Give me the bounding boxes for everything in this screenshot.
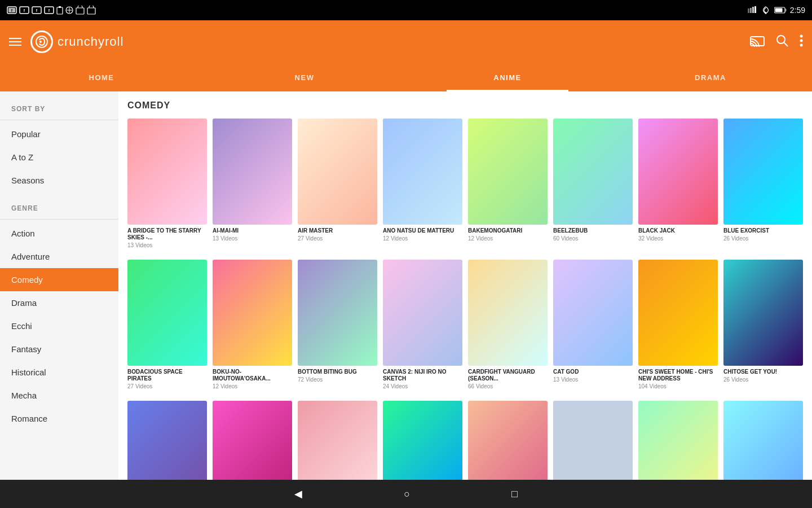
anime-card-6[interactable]: BLACK JACK 32 Videos	[638, 119, 718, 248]
anime-videos-2: 27 Videos	[298, 235, 377, 242]
sidebar-item-fantasy[interactable]: Fantasy	[0, 338, 118, 361]
anime-videos-r2-5: 13 Videos	[553, 376, 633, 383]
sidebar-item-a-to-z[interactable]: A to Z	[0, 146, 118, 169]
anime-card-r2-2[interactable]: BOTTOM BITING BUG 72 Videos	[298, 260, 377, 389]
nav-tabs: HOME NEW ANIME DRAMA	[0, 63, 812, 91]
anime-title-5: BEELZEBUB	[553, 227, 633, 234]
anime-title-r2-7: CHITOSE GET YOU!	[723, 369, 803, 375]
anime-title-3: ANO NATSU DE MATTERU	[383, 227, 462, 234]
anime-thumb-r3-3	[383, 401, 462, 480]
header-left: crunchyroll	[9, 30, 123, 53]
anime-card-4[interactable]: BAKEMONOGATARI 12 Videos	[468, 119, 548, 248]
anime-thumb-3	[383, 119, 462, 225]
anime-card-3[interactable]: ANO NATSU DE MATTERU 12 Videos	[383, 119, 462, 248]
anime-card-r2-1[interactable]: BOKU-NO-IMOUTOWA'OSAKA... 12 Videos	[213, 260, 292, 389]
sidebar-item-comedy[interactable]: Comedy	[0, 268, 118, 291]
anime-videos-5: 60 Videos	[553, 235, 633, 242]
anime-card-r3-6[interactable]	[638, 401, 718, 480]
tab-drama[interactable]: DRAMA	[609, 63, 812, 91]
anime-thumb-r2-1	[213, 260, 292, 366]
status-bar-left: f f f f	[7, 6, 96, 15]
anime-videos-4: 12 Videos	[468, 235, 548, 242]
sidebar-item-popular[interactable]: Popular	[0, 122, 118, 146]
menu-button[interactable]	[9, 38, 21, 46]
anime-card-5[interactable]: BEELZEBUB 60 Videos	[553, 119, 633, 248]
anime-videos-r2-3: 24 Videos	[383, 383, 462, 389]
genre-label: GENRE	[0, 200, 118, 217]
anime-videos-r2-7: 26 Videos	[723, 376, 803, 383]
anime-card-r3-0[interactable]	[127, 401, 207, 480]
svg-rect-14	[76, 8, 84, 14]
more-button[interactable]	[800, 34, 803, 50]
tab-anime[interactable]: ANIME	[406, 63, 609, 91]
anime-card-r3-4[interactable]	[468, 401, 548, 480]
anime-grid-row1: A BRIDGE TO THE STARRY SKIES -... 13 Vid…	[127, 119, 803, 248]
sidebar-item-historical[interactable]: Historical	[0, 361, 118, 384]
anime-title-0: A BRIDGE TO THE STARRY SKIES -...	[127, 227, 207, 241]
anime-videos-r2-1: 12 Videos	[213, 383, 292, 389]
svg-rect-22	[775, 8, 782, 12]
sidebar-item-action[interactable]: Action	[0, 222, 118, 245]
home-button[interactable]: ○	[404, 488, 410, 500]
anime-videos-r2-2: 72 Videos	[298, 376, 377, 383]
anime-card-r3-5[interactable]	[553, 401, 633, 480]
anime-title-r2-0: BODACIOUS SPACE PIRATES	[127, 369, 207, 382]
anime-title-r2-2: BOTTOM BITING BUG	[298, 369, 377, 375]
sidebar-item-ecchi[interactable]: Ecchi	[0, 314, 118, 338]
anime-thumb-r2-7	[723, 260, 803, 366]
anime-card-r3-3[interactable]	[383, 401, 462, 480]
anime-card-0[interactable]: A BRIDGE TO THE STARRY SKIES -... 13 Vid…	[127, 119, 207, 248]
sidebar-item-drama[interactable]: Drama	[0, 291, 118, 314]
svg-line-28	[784, 42, 788, 46]
sidebar-item-seasons[interactable]: Seasons	[0, 169, 118, 192]
anime-card-7[interactable]: BLUE EXORCIST 26 Videos	[723, 119, 803, 248]
search-button[interactable]	[776, 34, 788, 50]
anime-thumb-1	[213, 119, 292, 225]
anime-card-r2-6[interactable]: CHI'S SWEET HOME - CHI'S NEW ADDRESS 104…	[638, 260, 718, 389]
back-button[interactable]: ◀	[294, 488, 302, 500]
anime-thumb-4	[468, 119, 548, 225]
svg-text:f: f	[36, 8, 38, 12]
svg-rect-23	[785, 9, 786, 12]
anime-title-2: AIR MASTER	[298, 227, 377, 234]
svg-point-30	[800, 39, 803, 42]
sidebar-item-adventure[interactable]: Adventure	[0, 245, 118, 268]
svg-rect-15	[87, 8, 95, 14]
anime-videos-7: 26 Videos	[723, 235, 803, 242]
sidebar-item-romance[interactable]: Romance	[0, 407, 118, 430]
anime-card-r3-2[interactable]	[298, 401, 377, 480]
anime-card-r2-3[interactable]: CANVAS 2: NIJI IRO NO SKETCH 24 Videos	[383, 260, 462, 389]
anime-title-r2-1: BOKU-NO-IMOUTOWA'OSAKA...	[213, 369, 292, 382]
sort-by-label: SORT BY	[0, 100, 118, 117]
recent-button[interactable]: □	[511, 488, 518, 500]
svg-rect-17	[750, 8, 752, 13]
anime-card-r2-7[interactable]: CHITOSE GET YOU! 26 Videos	[723, 260, 803, 389]
anime-card-r3-7[interactable]	[723, 401, 803, 480]
anime-title-r2-3: CANVAS 2: NIJI IRO NO SKETCH	[383, 369, 462, 382]
svg-point-29	[800, 34, 803, 37]
anime-thumb-7	[723, 119, 803, 225]
bottom-nav-bar: ◀ ○ □	[0, 480, 812, 508]
tab-home[interactable]: HOME	[0, 63, 203, 91]
sidebar-item-mecha[interactable]: Mecha	[0, 384, 118, 407]
anime-card-r3-1[interactable]	[213, 401, 292, 480]
anime-card-2[interactable]: AIR MASTER 27 Videos	[298, 119, 377, 248]
anime-card-r2-5[interactable]: CAT GOD 13 Videos	[553, 260, 633, 389]
sort-divider	[0, 120, 118, 120]
svg-rect-16	[748, 8, 749, 13]
anime-title-r2-6: CHI'S SWEET HOME - CHI'S NEW ADDRESS	[638, 369, 718, 382]
svg-rect-19	[754, 6, 756, 13]
cast-button[interactable]	[750, 34, 765, 50]
anime-thumb-0	[127, 119, 207, 225]
svg-rect-9	[57, 7, 63, 14]
anime-thumb-r3-5	[553, 401, 633, 480]
status-bar: f f f f 2:59	[0, 0, 812, 20]
anime-thumb-5	[553, 119, 633, 225]
anime-thumb-6	[638, 119, 718, 225]
anime-card-r2-4[interactable]: CARDFIGHT VANGUARD (SEASON... 66 Videos	[468, 260, 548, 389]
anime-videos-3: 12 Videos	[383, 235, 462, 242]
anime-card-r2-0[interactable]: BODACIOUS SPACE PIRATES 27 Videos	[127, 260, 207, 389]
svg-text:f: f	[48, 8, 50, 12]
anime-card-1[interactable]: AI-MAI-MI 13 Videos	[213, 119, 292, 248]
tab-new[interactable]: NEW	[203, 63, 406, 91]
